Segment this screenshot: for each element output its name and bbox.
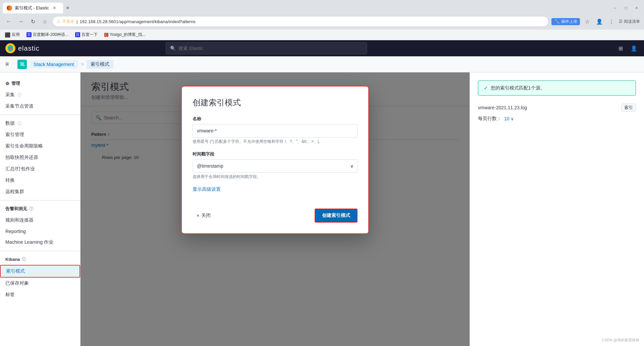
watermark: CSDN @我的紫霞辣辣 — [600, 337, 641, 343]
match-text: 您的索引模式匹配1个源。 — [491, 85, 545, 91]
sidebar-item-tags[interactable]: 标签 — [0, 289, 80, 300]
sidebar-item-snapshot[interactable]: 拍取快照并还原 — [0, 152, 80, 163]
sidebar-section-alerts: 告警和洞见 ⓘ — [0, 203, 80, 215]
svg-point-2 — [9, 47, 12, 49]
match-banner: ✓ 您的索引模式匹配1个源。 — [478, 80, 636, 96]
name-label: 名称 — [193, 116, 358, 122]
sidebar-section-kibana: Kibana ⓘ — [0, 254, 80, 265]
close-icon: × — [197, 213, 199, 218]
secondary-nav: ≡ 玩 Stack Management > 索引模式 — [0, 56, 644, 72]
sidebar-item-ml[interactable]: Machine Learning 作业 — [0, 237, 80, 248]
time-label: 时间戳字段 — [193, 151, 358, 157]
bm-apps[interactable]: ⬛ 应用 — [3, 31, 22, 38]
sidebar-item-saved-objects[interactable]: 已保存对象 — [0, 278, 80, 289]
nav-refresh-btn[interactable]: ↻ — [28, 17, 38, 26]
minimize-btn[interactable]: − — [610, 3, 620, 13]
nav-icons: ⊞ 👤 — [616, 44, 639, 53]
bookmarks-bar: ⬛ 应用 百 百度翻译-200种语... 百 百度一下 C Yosigo_的博客… — [0, 30, 644, 40]
sidebar-section-manage: ⚙ 管理 — [0, 78, 80, 89]
bm-baidu-search[interactable]: 百 百度一下 — [73, 31, 100, 38]
address-bar: ← → ↻ ⌂ ⚠ 不安全 | 192.168.15.28:5601/app/m… — [0, 13, 644, 30]
per-page: 每页行数： 10 ∨ — [478, 116, 636, 122]
breadcrumb-parent[interactable]: Stack Management — [30, 60, 78, 68]
url-security-label: 不安全 — [62, 19, 74, 24]
name-input[interactable] — [193, 124, 358, 137]
tab-favicon: E — [7, 5, 12, 11]
profile-btn[interactable]: 👤 — [595, 17, 604, 26]
check-icon: ✓ — [484, 85, 488, 91]
modal-overlay: 创建索引模式 名称 使用星号 (*) 匹配多个字符。不允许使用空格和字符 /、?… — [80, 72, 470, 346]
bm-yosigo[interactable]: C Yosigo_的博客_找... — [102, 31, 148, 38]
sidebar-item-index-pattern[interactable]: 索引模式 — [0, 265, 80, 278]
baidu-search-icon: 百 — [75, 32, 80, 37]
ext-upload-btn[interactable]: 🔧 插件上传 — [551, 18, 580, 25]
user-icon[interactable]: 👤 — [629, 44, 639, 53]
breadcrumb: Stack Management > 索引模式 — [30, 60, 113, 69]
sidebar-item-transform[interactable]: 转换 — [0, 175, 80, 186]
sidebar-item-rules[interactable]: 规则和连接器 — [0, 215, 80, 226]
right-panel: ✓ 您的索引模式匹配1个源。 vmware-2021.11.23.log 索引 … — [470, 72, 644, 346]
sidebar-item-reporting[interactable]: Reporting — [0, 226, 80, 237]
baidu-translate-icon: 百 — [26, 32, 32, 37]
window-controls: − □ × — [610, 3, 641, 13]
tab-title: 索引模式 - Elastic — [15, 5, 49, 11]
maximize-btn[interactable]: □ — [621, 3, 631, 13]
star-btn[interactable]: ☆ — [583, 17, 592, 26]
more-btn[interactable]: ⋮ — [607, 17, 616, 26]
lock-icon: ⚠ — [57, 19, 60, 24]
url-bar[interactable]: ⚠ 不安全 | 192.168.15.28:5601/app/managemen… — [52, 16, 549, 27]
display-icon[interactable]: ⊞ — [616, 44, 625, 53]
sidebar-divider-2 — [0, 200, 80, 200]
info-icon-collect: ⓘ — [17, 92, 21, 98]
yosigo-icon: C — [104, 33, 108, 37]
advanced-link[interactable]: 显示高级设置 — [193, 186, 221, 192]
index-badge: 索引 — [621, 104, 636, 112]
info-icon-data: ⓘ — [17, 121, 21, 126]
nav-forward-btn[interactable]: → — [16, 17, 25, 26]
sidebar-item-batch[interactable]: 汇总/打包作业 — [0, 163, 80, 175]
sidebar-item-remote[interactable]: 远程集群 — [0, 186, 80, 197]
sidebar-item-index-manage[interactable]: 索引管理 — [0, 129, 80, 140]
sidebar: ⚙ 管理 采集 ⓘ 采集节点管道 数据 ⓘ 索引管理 索引生命周期策略 拍 — [0, 72, 80, 346]
sidebar-divider-1 — [0, 115, 80, 115]
timestamp-input[interactable] — [193, 159, 358, 173]
top-nav: elastic 🔍 ⊞ 👤 — [0, 40, 644, 56]
active-tab[interactable]: E 索引模式 - Elastic × — [3, 3, 63, 13]
sidebar-item-collect[interactable]: 采集 ⓘ — [0, 89, 80, 101]
name-hint: 使用星号 (*) 匹配多个字符。不允许使用空格和字符 /、?、"、&lt;、>、… — [193, 139, 358, 145]
per-page-chevron: ∨ — [511, 116, 514, 121]
extension-area: 🔧 插件上传 — [551, 18, 580, 25]
search-input[interactable] — [178, 46, 363, 51]
bm-baidu-translate[interactable]: 百 百度翻译-200种语... — [24, 31, 70, 38]
hamburger-btn[interactable]: ≡ — [5, 61, 15, 68]
tab-close-btn[interactable]: × — [53, 5, 56, 11]
search-bar-area: 🔍 — [166, 42, 367, 54]
breadcrumb-current: 索引模式 — [87, 60, 113, 69]
elastic-logo: elastic — [5, 43, 40, 53]
nav-avatar[interactable]: 玩 — [17, 60, 27, 69]
reading-list-btn[interactable]: ☰ 阅读清单 — [619, 19, 640, 24]
sidebar-item-data[interactable]: 数据 ⓘ — [0, 118, 80, 129]
nav-home-btn[interactable]: ⌂ — [40, 17, 50, 26]
sidebar-item-index-lifecycle[interactable]: 索引生命周期策略 — [0, 140, 80, 152]
sidebar-item-collect-node[interactable]: 采集节点管道 — [0, 101, 80, 112]
per-page-value[interactable]: 10 ∨ — [504, 116, 514, 121]
index-name: vmware-2021.11.23.log — [478, 105, 527, 110]
new-tab-btn[interactable]: + — [63, 3, 72, 13]
url-text: 192.168.15.28:5601/app/management/kibana… — [79, 19, 195, 24]
close-modal-btn[interactable]: × 关闭 — [193, 210, 215, 221]
elastic-app: elastic 🔍 ⊞ 👤 ≡ 玩 Stack Management > 索引模… — [0, 40, 644, 346]
close-btn[interactable]: × — [632, 3, 641, 13]
search-input-wrapper[interactable]: 🔍 — [166, 42, 367, 54]
browser-chrome: E 索引模式 - Elastic × + − □ × ← → ↻ ⌂ ⚠ 不安全… — [0, 0, 644, 30]
gear-icon: ⚙ — [5, 81, 9, 86]
main-content: ⚙ 管理 采集 ⓘ 采集节点管道 数据 ⓘ 索引管理 索引生命周期策略 拍 — [0, 72, 644, 346]
nav-back-btn[interactable]: ← — [4, 17, 13, 26]
info-icon-kibana: ⓘ — [22, 256, 26, 262]
sidebar-divider-3 — [0, 251, 80, 251]
search-icon: 🔍 — [170, 46, 176, 51]
breadcrumb-separator: > — [81, 61, 84, 67]
create-index-pattern-btn[interactable]: 创建索引模式 — [315, 209, 358, 223]
info-icon-alerts: ⓘ — [29, 206, 33, 212]
page-content: 索引模式 创建和管理帮助... 🔍 Pattern ↑ — [80, 72, 470, 346]
